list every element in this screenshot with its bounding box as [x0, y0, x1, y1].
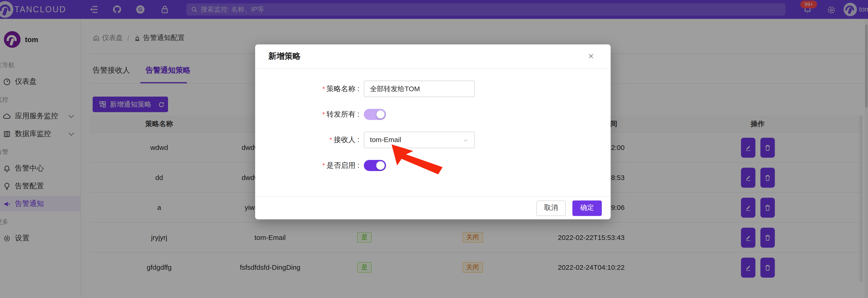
confirm-button[interactable]: 确定: [572, 200, 602, 216]
receiver-selected-value: tom-Email: [370, 136, 401, 144]
forward-all-label: *转发所有 :: [255, 109, 364, 119]
modal-title: 新增策略: [269, 51, 301, 62]
required-mark: *: [322, 85, 325, 93]
modal-header: 新增策略 ✕: [255, 45, 611, 69]
forward-all-toggle[interactable]: [364, 109, 386, 120]
enable-label: *是否启用 :: [255, 161, 364, 170]
enable-toggle[interactable]: [364, 160, 386, 171]
required-mark: *: [322, 111, 325, 118]
chevron-down-icon: [463, 137, 469, 143]
add-policy-modal: 新增策略 ✕ *策略名称 : *转发所有 : *接收人 : tom-Email …: [255, 45, 611, 219]
policy-name-label: *策略名称 :: [255, 84, 364, 94]
policy-name-input[interactable]: [364, 81, 475, 97]
cancel-button[interactable]: 取消: [536, 200, 566, 216]
form-row-forward-all: *转发所有 :: [255, 106, 611, 123]
close-icon[interactable]: ✕: [585, 52, 597, 61]
receiver-label: *接收人 :: [255, 135, 364, 145]
modal-footer: 取消 确定: [255, 196, 611, 219]
required-mark: *: [330, 136, 332, 144]
app-window: TANCLOUD G 搜索监控: 名称、IP等 99+ tom: [0, 0, 868, 298]
arrow-annotation: [388, 143, 446, 175]
form-row-policy-name: *策略名称 :: [255, 81, 611, 97]
required-mark: *: [322, 162, 325, 169]
